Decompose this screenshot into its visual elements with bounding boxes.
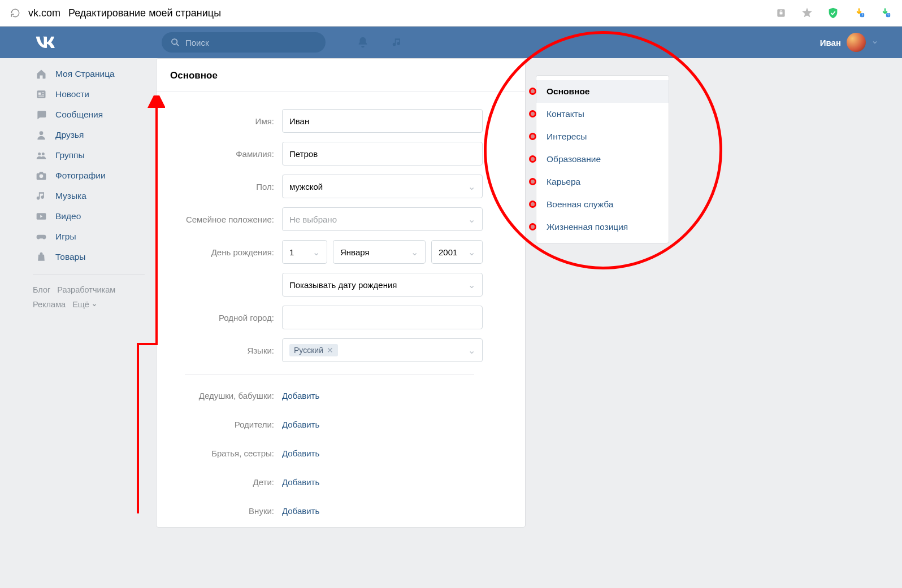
nav-friends[interactable]: Друзья (33, 125, 145, 145)
card-title: Основное (157, 59, 525, 92)
search-icon (171, 38, 180, 47)
label-grandparents: Дедушки, бабушки: (168, 391, 282, 400)
news-icon (35, 88, 47, 101)
reload-icon[interactable] (10, 8, 20, 18)
edit-profile-card: Основное Имя: Фамилия: Пол: мужской⌄ Сем… (156, 58, 526, 528)
nav-groups[interactable]: Группы (33, 145, 145, 165)
extension-help-download-icon[interactable]: ? (878, 6, 892, 20)
footer-ads[interactable]: Реклама (33, 300, 66, 309)
nav-my-page[interactable]: Моя Страница (33, 64, 145, 84)
nav-divider (33, 274, 145, 275)
language-tag[interactable]: Русский✕ (289, 344, 338, 356)
chevron-down-icon: ⌄ (468, 181, 475, 192)
hometown-input[interactable] (282, 306, 483, 329)
last-name-input[interactable] (282, 142, 483, 165)
label-last-name: Фамилия: (168, 149, 282, 159)
nav-photos[interactable]: Фотографии (33, 165, 145, 186)
page-title-in-bar: Редактирование моей страницы (68, 7, 221, 19)
left-sidebar: Моя Страница Новости Сообщения Друзья Гр… (0, 58, 149, 528)
nav-video[interactable]: Видео (33, 206, 145, 227)
nav-music[interactable]: Музыка (33, 186, 145, 206)
tab-interests[interactable]: Интересы (536, 125, 669, 148)
svg-rect-9 (42, 93, 44, 93)
label-marital: Семейное положение: (168, 215, 282, 224)
search-box[interactable] (162, 32, 326, 53)
chevron-down-icon: ⌄ (411, 247, 418, 258)
nav-label: Игры (55, 232, 76, 242)
friends-icon (35, 129, 47, 141)
tab-career[interactable]: Карьера (536, 171, 669, 193)
chevron-down-icon (871, 39, 878, 46)
svg-point-14 (42, 153, 45, 155)
site-lock-icon[interactable] (774, 6, 788, 20)
nav-market[interactable]: Товары (33, 247, 145, 267)
svg-rect-7 (37, 90, 46, 98)
browser-address-bar: vk.com Редактирование моей страницы 7 ? (0, 0, 902, 27)
profile-sections-tabs: Основное Контакты Интересы Образование К… (536, 75, 669, 243)
label-gender: Пол: (168, 182, 282, 191)
label-siblings: Братья, сестры: (168, 448, 282, 458)
languages-select[interactable]: Русский✕ ⌄ (282, 338, 483, 362)
user-menu[interactable]: Иван (820, 33, 878, 52)
add-grandparents-link[interactable]: Добавить (282, 391, 319, 400)
nav-games[interactable]: Игры (33, 227, 145, 247)
extension-shield-icon[interactable] (826, 6, 840, 20)
chevron-down-icon: ⌄ (313, 247, 320, 258)
gender-select[interactable]: мужской⌄ (282, 175, 483, 198)
notifications-icon[interactable] (357, 36, 369, 49)
add-children-link[interactable]: Добавить (282, 477, 319, 487)
nav-footer: БлогРазработчикам РекламаЕщё (33, 282, 145, 312)
dob-month-select[interactable]: Января⌄ (333, 240, 426, 264)
tab-contacts[interactable]: Контакты (536, 103, 669, 125)
nav-label: Музыка (55, 191, 86, 201)
nav-messages[interactable]: Сообщения (33, 104, 145, 125)
add-siblings-link[interactable]: Добавить (282, 448, 319, 458)
footer-blog[interactable]: Блог (33, 285, 50, 294)
label-dob: День рождения: (168, 247, 282, 257)
url-host[interactable]: vk.com (28, 7, 60, 19)
svg-text:7: 7 (861, 12, 863, 18)
bag-icon (35, 251, 47, 263)
label-hometown: Родной город: (168, 313, 282, 323)
tab-education[interactable]: Образование (536, 148, 669, 171)
dob-year-select[interactable]: 2001⌄ (431, 240, 483, 264)
chevron-down-icon: ⌄ (468, 214, 475, 225)
dob-day-select[interactable]: 1⌄ (282, 240, 327, 264)
svg-point-6 (172, 39, 177, 44)
label-grandchildren: Внуки: (168, 506, 282, 516)
svg-rect-11 (38, 96, 44, 97)
tab-main[interactable]: Основное (536, 80, 669, 103)
nav-label: Группы (55, 150, 85, 160)
groups-icon (35, 149, 47, 162)
gamepad-icon (35, 230, 47, 243)
search-input[interactable] (185, 38, 316, 47)
camera-icon (35, 169, 47, 182)
label-children: Дети: (168, 477, 282, 487)
video-icon (35, 210, 47, 223)
form-divider (185, 374, 474, 375)
nav-label: Моя Страница (55, 69, 115, 79)
bookmark-star-icon[interactable] (800, 6, 814, 20)
vk-logo-icon[interactable] (35, 34, 60, 51)
tab-life-position[interactable]: Жизненная позиция (536, 216, 669, 238)
label-first-name: Имя: (168, 116, 282, 126)
tab-military[interactable]: Военная служба (536, 193, 669, 216)
first-name-input[interactable] (282, 109, 483, 133)
music-note-icon[interactable] (392, 37, 403, 48)
footer-dev[interactable]: Разработчикам (57, 285, 115, 294)
avatar (847, 33, 866, 52)
label-languages: Языки: (168, 346, 282, 355)
nav-label: Видео (55, 211, 81, 221)
add-grandchildren-link[interactable]: Добавить (282, 506, 319, 516)
extension-download-icon[interactable]: 7 (852, 6, 866, 20)
svg-point-12 (40, 131, 44, 135)
svg-point-13 (38, 153, 41, 155)
remove-tag-icon[interactable]: ✕ (327, 346, 333, 355)
add-parents-link[interactable]: Добавить (282, 420, 319, 429)
marital-select[interactable]: Не выбрано⌄ (282, 207, 483, 231)
nav-news[interactable]: Новости (33, 84, 145, 104)
nav-label: Друзья (55, 130, 84, 140)
footer-more[interactable]: Ещё (72, 300, 97, 309)
svg-text:?: ? (887, 12, 889, 18)
dob-visibility-select[interactable]: Показывать дату рождения⌄ (282, 273, 483, 297)
